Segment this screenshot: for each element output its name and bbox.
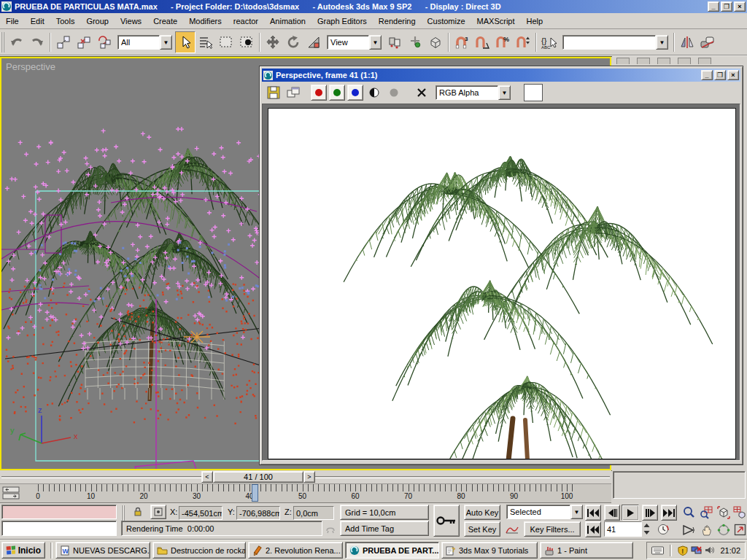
- menu-modifiers[interactable]: Modifiers: [183, 14, 228, 28]
- maxscript-listener-pink[interactable]: [1, 505, 117, 519]
- dropdown-arrow-icon[interactable]: ▼: [656, 35, 668, 50]
- window-titlebar[interactable]: PRUEBA DE PARTICULAS MATA.max - Project …: [0, 0, 747, 13]
- time-configuration-button[interactable]: [655, 521, 671, 537]
- next-frame-arrow[interactable]: >: [303, 471, 315, 483]
- render-close-button[interactable]: ×: [727, 70, 739, 80]
- clear-button[interactable]: [413, 84, 430, 101]
- select-and-manipulate-button[interactable]: [405, 31, 425, 53]
- auto-key-button[interactable]: Auto Key: [464, 505, 500, 520]
- align-button[interactable]: [697, 31, 718, 53]
- pan-button[interactable]: [697, 521, 715, 538]
- green-channel-button[interactable]: [329, 85, 345, 101]
- background-color-swatch[interactable]: [524, 84, 543, 101]
- maxscript-listener-white[interactable]: [1, 521, 117, 536]
- maximize-viewport-toggle-button[interactable]: [731, 521, 747, 538]
- absolute-offset-toggle[interactable]: [150, 505, 166, 519]
- communication-icon[interactable]: [324, 522, 337, 535]
- monochrome-button[interactable]: [385, 84, 403, 101]
- set-key-button[interactable]: Set Key: [464, 521, 500, 537]
- frame-spinner[interactable]: [643, 521, 651, 537]
- angle-snap-button[interactable]: [472, 31, 492, 53]
- dropdown-arrow-icon[interactable]: ▼: [498, 85, 511, 100]
- dropdown-arrow-icon[interactable]: ▼: [570, 505, 583, 519]
- select-and-link-button[interactable]: [53, 31, 74, 53]
- network-offline-icon[interactable]: [691, 545, 702, 555]
- zoom-button[interactable]: [680, 504, 697, 521]
- keyboard-tray-icon[interactable]: [651, 546, 664, 555]
- unlink-selection-button[interactable]: [74, 31, 94, 53]
- zoom-extents-all-button[interactable]: [731, 504, 747, 521]
- close-button[interactable]: ×: [734, 1, 746, 12]
- window-crossing-toggle-button[interactable]: [236, 31, 257, 53]
- keyboard-shortcut-override-button[interactable]: [425, 31, 446, 53]
- taskbar-button-6[interactable]: 1 - Paint: [540, 542, 633, 559]
- menu-help[interactable]: Help: [521, 14, 549, 28]
- rendered-frame-window[interactable]: Perspective, frame 41 (1:1) _ ❐ × RGB Al…: [259, 66, 743, 465]
- previous-frame-arrow[interactable]: <: [201, 471, 213, 483]
- maximize-button[interactable]: ❐: [721, 1, 732, 12]
- spinner-snap-button[interactable]: [513, 31, 533, 53]
- key-mode-toggle-button[interactable]: [585, 521, 601, 537]
- menu-animation[interactable]: Animation: [264, 14, 311, 28]
- x-coordinate-field[interactable]: -454,501cm: [179, 506, 222, 520]
- time-slider-handle[interactable]: < 41 / 100 >: [201, 471, 315, 483]
- dropdown-arrow-icon[interactable]: ▼: [369, 35, 382, 50]
- zoom-all-button[interactable]: [697, 504, 715, 521]
- reference-coordinate-dropdown[interactable]: View ▼: [327, 35, 382, 50]
- alpha-channel-button[interactable]: [365, 84, 383, 101]
- menu-customize[interactable]: Customize: [422, 14, 471, 28]
- previous-frame-button[interactable]: [604, 505, 620, 521]
- named-selection-dropdown[interactable]: ▼: [562, 35, 668, 50]
- current-frame-marker[interactable]: [252, 484, 258, 502]
- taskbar-button-1[interactable]: WNUEVAS DESCARG...: [55, 542, 150, 559]
- red-channel-button[interactable]: [311, 85, 327, 101]
- taskbar-button-3[interactable]: 2. Revolution Rena...: [248, 542, 343, 559]
- snaps-toggle-button[interactable]: 3: [452, 31, 472, 53]
- menu-file[interactable]: File: [0, 14, 25, 28]
- select-and-scale-button[interactable]: [303, 31, 324, 53]
- select-by-name-button[interactable]: [196, 31, 216, 53]
- select-object-button[interactable]: [175, 31, 196, 53]
- selection-lock-toggle[interactable]: [130, 505, 146, 519]
- play-animation-button[interactable]: [622, 505, 639, 521]
- bind-to-spacewarp-button[interactable]: [94, 31, 115, 53]
- taskbar-button-2[interactable]: Destruccion de rocka: [152, 542, 246, 559]
- use-center-button[interactable]: [384, 31, 405, 53]
- edit-named-selections-button[interactable]: {}ABC: [539, 31, 560, 53]
- selection-set-dropdown[interactable]: Selected ▼: [506, 505, 583, 519]
- menu-maxscript[interactable]: MAXScript: [471, 14, 521, 28]
- menu-create[interactable]: Create: [147, 14, 183, 28]
- undo-button[interactable]: [7, 31, 27, 53]
- percent-snap-button[interactable]: %: [492, 31, 513, 53]
- track-bar-ticks[interactable]: [38, 484, 573, 491]
- y-coordinate-field[interactable]: -706,988cm: [236, 506, 280, 520]
- security-shield-icon[interactable]: !: [678, 545, 688, 556]
- redo-button[interactable]: [27, 31, 47, 53]
- go-to-end-button[interactable]: [661, 505, 677, 521]
- taskbar-button-4[interactable]: PRUEBA DE PART...: [345, 542, 439, 559]
- minimize-button[interactable]: _: [708, 1, 719, 12]
- menu-graph-editors[interactable]: Graph Editors: [311, 14, 373, 28]
- dropdown-arrow-icon[interactable]: ▼: [160, 35, 172, 50]
- go-to-start-button[interactable]: [585, 505, 601, 521]
- mirror-button[interactable]: [677, 31, 697, 53]
- field-of-view-button[interactable]: [680, 521, 697, 538]
- menu-group[interactable]: Group: [80, 14, 115, 28]
- channel-display-dropdown[interactable]: RGB Alpha ▼: [436, 85, 511, 100]
- render-minimize-button[interactable]: _: [701, 70, 713, 80]
- viewport-label[interactable]: Perspective: [6, 61, 55, 72]
- zoom-extents-button[interactable]: [715, 504, 732, 521]
- taskbar-button-5[interactable]: ?3ds Max 9 Tutorials: [441, 542, 538, 559]
- default-tangent-button[interactable]: [503, 521, 521, 537]
- selection-filter-dropdown[interactable]: All ▼: [117, 35, 172, 50]
- render-maximize-button[interactable]: ❐: [714, 70, 726, 80]
- time-slider-label[interactable]: 41 / 100: [213, 471, 303, 483]
- rectangular-selection-region-button[interactable]: [216, 31, 236, 53]
- menu-rendering[interactable]: Rendering: [373, 14, 422, 28]
- menu-edit[interactable]: Edit: [25, 14, 50, 28]
- save-bitmap-button[interactable]: [265, 84, 282, 101]
- add-time-tag[interactable]: Add Time Tag: [340, 521, 429, 536]
- blue-channel-button[interactable]: [347, 85, 363, 101]
- set-key-mode-toggle[interactable]: [433, 505, 460, 537]
- z-coordinate-field[interactable]: 0,0cm: [293, 506, 334, 520]
